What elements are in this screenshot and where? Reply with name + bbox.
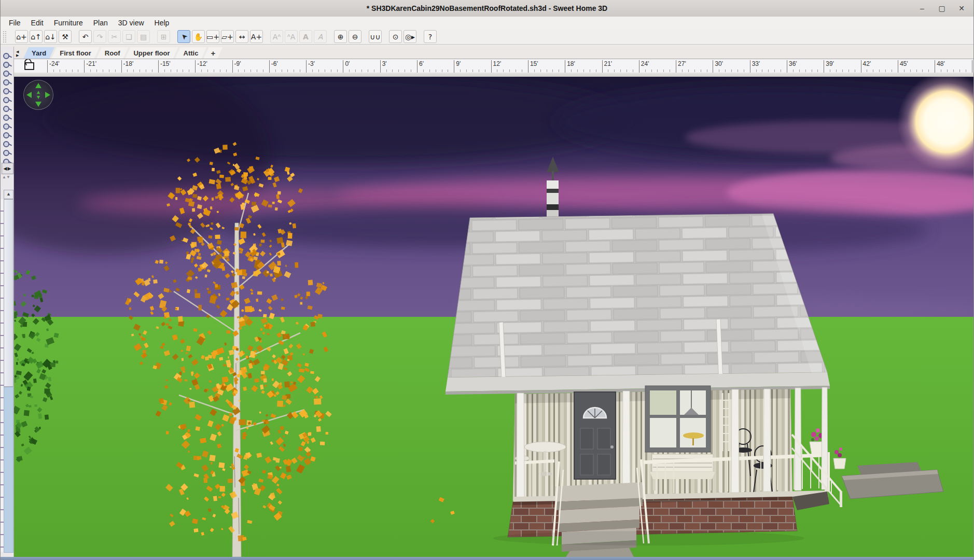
- save-home-icon: ⌂↓: [45, 33, 56, 40]
- ruler-minor-tick: [966, 69, 966, 72]
- ruler-minor-tick: [60, 69, 60, 72]
- pan-button[interactable]: ✋: [192, 30, 205, 43]
- create-dimensions-icon: ↔: [239, 33, 245, 40]
- new-home-icon: ⌂+: [16, 33, 27, 40]
- help-button[interactable]: ?: [424, 30, 437, 43]
- minimize-icon[interactable]: –: [917, 4, 927, 12]
- ruler-minor-tick: [781, 69, 781, 72]
- compass-down-icon[interactable]: [35, 102, 41, 107]
- ruler-tick: [639, 60, 639, 73]
- zoom-out-button[interactable]: ⊖: [349, 30, 361, 43]
- pin-icon: [3, 150, 11, 155]
- tab-add[interactable]: +: [203, 47, 222, 59]
- ruler-minor-tick: [620, 69, 621, 72]
- ruler-minor-tick: [189, 69, 189, 72]
- ruler-minor-tick: [842, 69, 843, 72]
- copy-button: ❏: [122, 30, 135, 43]
- menu-plan[interactable]: Plan: [88, 18, 113, 28]
- menu-file[interactable]: File: [4, 18, 26, 28]
- ruler-minor-tick: [516, 69, 516, 72]
- compass-left-icon[interactable]: [26, 92, 32, 98]
- create-rooms-button[interactable]: ▱+: [221, 30, 234, 43]
- tab-first-floor[interactable]: First floor: [51, 47, 100, 59]
- create-photo-button[interactable]: ⊙: [389, 30, 402, 43]
- ruler-minor-tick: [701, 69, 701, 72]
- ruler-minor-tick: [460, 69, 461, 72]
- pin-icon: [3, 53, 11, 58]
- ruler-minor-tick: [337, 69, 338, 72]
- 3d-view[interactable]: [14, 77, 973, 557]
- create-dimensions-button[interactable]: ↔: [235, 30, 248, 43]
- menu-furniture[interactable]: Furniture: [49, 18, 88, 28]
- new-home-button[interactable]: ⌂+: [15, 30, 28, 43]
- ruler-tick: [380, 60, 381, 73]
- ruler-tick: [491, 60, 492, 73]
- compass-up-icon[interactable]: [35, 83, 41, 88]
- ruler-minor-tick: [547, 69, 547, 72]
- ruler-minor-tick: [282, 69, 282, 72]
- maximize-icon[interactable]: ▢: [937, 4, 947, 12]
- ruler-minor-tick: [608, 69, 608, 72]
- pan-icon: ✋: [194, 33, 203, 40]
- ruler-minor-tick: [318, 69, 319, 72]
- 3d-navigation-compass[interactable]: [23, 80, 53, 110]
- scrollbar-thumb[interactable]: [4, 199, 13, 387]
- scrollbar-track[interactable]: [4, 387, 13, 553]
- undo-button[interactable]: ↶: [79, 30, 92, 43]
- splitter-arrows[interactable]: ▲▼: [2, 175, 10, 179]
- create-walls-button[interactable]: ▭+: [206, 30, 219, 43]
- tab-upper-floor[interactable]: Upper floor: [125, 47, 178, 59]
- close-icon[interactable]: ✕: [957, 4, 966, 12]
- toolbar-group-file: ⌂+⌂↑⌂↓⚒: [15, 30, 72, 43]
- virtual-visit-button[interactable]: ∪∪: [369, 30, 382, 43]
- ruler-minor-tick: [300, 69, 300, 72]
- ruler-minor-tick: [941, 69, 941, 72]
- tab-roof[interactable]: Roof: [96, 47, 129, 59]
- select-button[interactable]: ➤: [177, 30, 190, 43]
- preferences-button[interactable]: ⚒: [59, 30, 72, 43]
- ruler-minor-tick: [657, 69, 658, 72]
- preferences-icon: ⚒: [62, 33, 68, 40]
- ruler-minor-tick: [405, 69, 405, 72]
- ruler-tick: [824, 60, 824, 73]
- menu-edit[interactable]: Edit: [26, 18, 49, 28]
- open-home-button[interactable]: ⌂↑: [30, 30, 43, 43]
- compass-zoom-out-icon[interactable]: [37, 96, 40, 99]
- save-home-button[interactable]: ⌂↓: [44, 30, 57, 43]
- compass-zoom-in-icon[interactable]: [37, 91, 40, 94]
- ruler-minor-tick: [627, 69, 627, 72]
- ruler-minor-tick: [552, 69, 553, 72]
- toolbar-group-zoom: ⊕⊖: [334, 30, 361, 43]
- ruler-label: -15': [160, 60, 171, 67]
- ruler-minor-tick: [682, 69, 683, 72]
- tab-corner-arrows[interactable]: ◀▶: [16, 50, 22, 58]
- ruler-minor-tick: [325, 69, 325, 72]
- left-panel: ◀▶ ▲▼ ▲: [1, 47, 14, 557]
- compass-right-icon[interactable]: [45, 92, 50, 98]
- ruler-minor-tick: [257, 69, 257, 72]
- toolbar-grip[interactable]: [3, 31, 7, 43]
- ruler-tick: [306, 60, 307, 73]
- ruler-minor-tick: [614, 69, 615, 72]
- ruler-tick: [343, 60, 343, 73]
- tab-yard[interactable]: Yard: [23, 47, 54, 59]
- toolbar-group-edit: ↶↷✂❏▤: [79, 30, 150, 43]
- pin-icon: [3, 62, 11, 67]
- toolbar-group-visit: ∪∪: [369, 30, 382, 43]
- ruler-minor-tick: [836, 69, 837, 72]
- create-video-button[interactable]: ◎▸: [403, 30, 416, 43]
- ruler-minor-tick: [799, 69, 800, 72]
- ruler-minor-tick: [226, 69, 227, 72]
- add-text-button[interactable]: A+: [250, 30, 263, 43]
- ruler-minor-tick: [571, 69, 572, 72]
- tab-attic[interactable]: Attic: [175, 47, 207, 59]
- splitter-handle[interactable]: ◀▶: [2, 163, 13, 174]
- ruler-minor-tick: [472, 69, 473, 72]
- ruler-minor-tick: [651, 69, 652, 72]
- select-icon: ➤: [179, 32, 188, 41]
- menu-help[interactable]: Help: [149, 18, 175, 28]
- menu-3d-view[interactable]: 3D view: [113, 18, 149, 28]
- ruler-label: 48': [937, 60, 945, 67]
- zoom-in-button[interactable]: ⊕: [334, 30, 347, 43]
- scroll-up-button[interactable]: ▲: [4, 190, 13, 199]
